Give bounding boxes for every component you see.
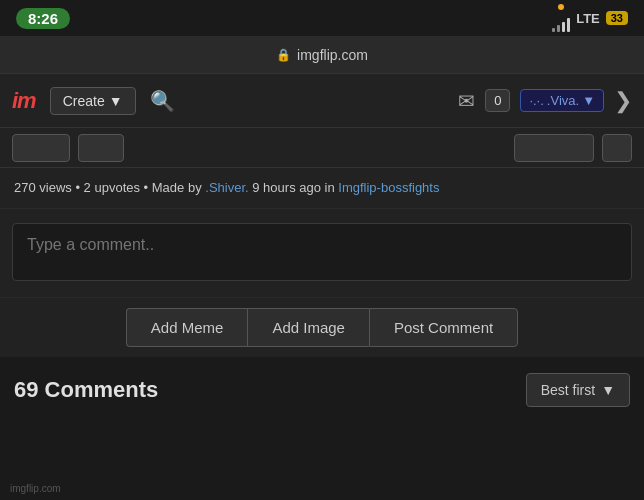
separator-2: • [144,180,152,195]
viva-button[interactable]: ·.·. .Viva. ▼ [520,89,604,112]
search-icon[interactable]: 🔍 [150,89,175,113]
viva-arrow-icon: ▼ [582,93,595,108]
comments-header: 69 Comments Best first ▼ [0,357,644,421]
watermark: imgflip.com [10,483,61,494]
status-time: 8:26 [16,8,70,29]
partial-btn-4[interactable] [602,134,632,162]
nav-forward-icon[interactable]: ❯ [614,88,632,114]
comment-actions: Add Meme Add Image Post Comment [0,298,644,357]
view-count: 270 views [14,180,72,195]
add-meme-button[interactable]: Add Meme [126,308,248,347]
viva-dots: ·.·. [529,93,543,108]
author-link[interactable]: .Shiver. [205,180,248,195]
partial-buttons-row [0,128,644,168]
time-ago: 9 hours ago in [252,180,334,195]
community-link[interactable]: Imgflip-bossfights [338,180,439,195]
sort-label: Best first [541,382,595,398]
lte-label: LTE [576,11,600,26]
nav-bar: im Create ▼ 🔍 ✉ 0 ·.·. .Viva. ▼ ❯ [0,74,644,128]
partial-btn-1[interactable] [12,134,70,162]
partial-btn-2[interactable] [78,134,124,162]
sort-dropdown[interactable]: Best first ▼ [526,373,630,407]
viva-text: .Viva. [547,93,579,108]
signal-bars-icon [552,18,570,32]
create-button[interactable]: Create ▼ [50,87,136,115]
notification-count[interactable]: 0 [485,89,510,112]
mail-icon[interactable]: ✉ [458,89,475,113]
status-bar: 8:26 LTE 33 [0,0,644,36]
create-arrow-icon: ▼ [109,93,123,109]
signal-dot-icon [558,4,564,10]
separator-1: • [75,180,83,195]
url-text: imgflip.com [297,47,368,63]
create-label: Create [63,93,105,109]
status-right: LTE 33 [552,4,628,32]
sort-arrow-icon: ▼ [601,382,615,398]
address-bar-inner: 🔒 imgflip.com [276,47,368,63]
battery-badge: 33 [606,11,628,25]
lock-icon: 🔒 [276,48,291,62]
partial-btn-3[interactable] [514,134,594,162]
add-image-button[interactable]: Add Image [247,308,369,347]
comments-count: 69 Comments [14,377,158,403]
post-comment-button[interactable]: Post Comment [369,308,518,347]
meta-info: 270 views • 2 upvotes • Made by .Shiver.… [0,168,644,209]
comment-input-area [0,209,644,298]
imgflip-logo[interactable]: im [12,88,36,114]
made-by-label: Made by [152,180,202,195]
comment-textarea[interactable] [12,223,632,281]
address-bar[interactable]: 🔒 imgflip.com [0,36,644,74]
upvote-count: 2 upvotes [84,180,140,195]
